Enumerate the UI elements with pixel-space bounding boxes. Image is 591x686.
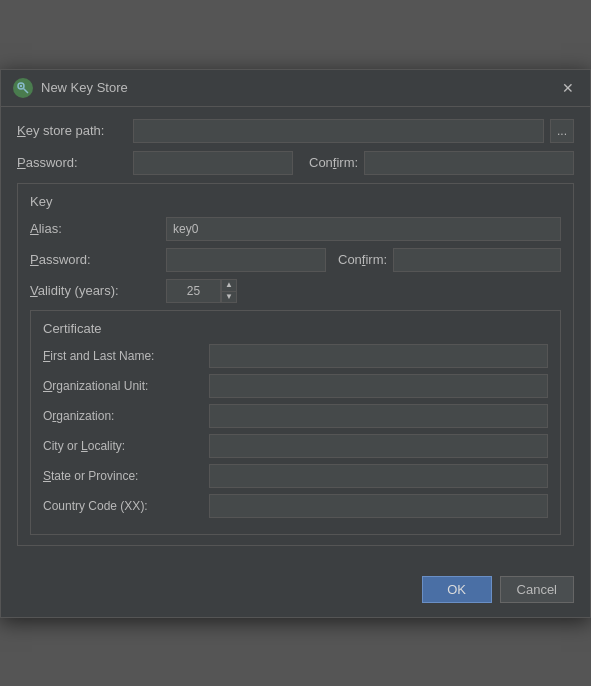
state-province-input[interactable] (209, 464, 548, 488)
keystore-path-input[interactable] (133, 119, 544, 143)
org-unit-input[interactable] (209, 374, 548, 398)
first-last-name-row: First and Last Name: (43, 344, 548, 368)
city-locality-input[interactable] (209, 434, 548, 458)
validity-increment-button[interactable]: ▲ (221, 279, 237, 291)
ok-button[interactable]: OK (422, 576, 492, 603)
organization-input[interactable] (209, 404, 548, 428)
new-key-store-dialog: New Key Store ✕ Key store path: ... Pass… (0, 69, 591, 618)
main-confirm-label: Confirm: (309, 155, 358, 170)
city-locality-row: City or Locality: (43, 434, 548, 458)
country-code-label: Country Code (XX): (43, 499, 203, 513)
dialog-body: Key store path: ... Password: Confirm: K… (1, 107, 590, 566)
key-section: Key Alias: Password: Confirm: V (17, 183, 574, 546)
validity-label: Validity (years): (30, 283, 160, 298)
certificate-section: Certificate First and Last Name: Organiz… (30, 310, 561, 535)
key-password-input[interactable] (166, 248, 326, 272)
organization-label: Organization: (43, 409, 203, 423)
dialog-footer: OK Cancel (1, 566, 590, 617)
main-confirm-input[interactable] (364, 151, 574, 175)
key-password-row: Password: Confirm: (30, 248, 561, 272)
key-password-label: Password: (30, 252, 160, 267)
browse-button[interactable]: ... (550, 119, 574, 143)
app-icon (13, 78, 33, 98)
first-last-name-label: First and Last Name: (43, 349, 203, 363)
country-code-row: Country Code (XX): (43, 494, 548, 518)
main-password-input[interactable] (133, 151, 293, 175)
key-confirm-label: Confirm: (338, 252, 387, 267)
alias-row: Alias: (30, 217, 561, 241)
key-section-title: Key (30, 194, 561, 209)
main-password-row: Password: Confirm: (17, 151, 574, 175)
validity-input[interactable] (166, 279, 221, 303)
first-last-name-input[interactable] (209, 344, 548, 368)
main-password-label: Password: (17, 155, 127, 170)
org-unit-label: Organizational Unit: (43, 379, 203, 393)
state-province-label: State or Province: (43, 469, 203, 483)
alias-input[interactable] (166, 217, 561, 241)
keystore-path-row: Key store path: ... (17, 119, 574, 143)
cancel-button[interactable]: Cancel (500, 576, 574, 603)
validity-decrement-button[interactable]: ▼ (221, 291, 237, 303)
dialog-title: New Key Store (41, 80, 128, 95)
city-locality-label: City or Locality: (43, 439, 203, 453)
country-code-input[interactable] (209, 494, 548, 518)
certificate-title: Certificate (43, 321, 548, 336)
org-unit-row: Organizational Unit: (43, 374, 548, 398)
validity-row: Validity (years): ▲ ▼ (30, 279, 561, 303)
key-confirm-input[interactable] (393, 248, 561, 272)
alias-label: Alias: (30, 221, 160, 236)
close-button[interactable]: ✕ (558, 78, 578, 98)
svg-point-2 (20, 84, 22, 86)
svg-line-1 (24, 88, 29, 93)
validity-spinner-btns: ▲ ▼ (221, 279, 237, 303)
state-province-row: State or Province: (43, 464, 548, 488)
validity-spinner: ▲ ▼ (166, 279, 237, 303)
organization-row: Organization: (43, 404, 548, 428)
title-bar: New Key Store ✕ (1, 70, 590, 107)
keystore-path-label: Key store path: (17, 123, 127, 138)
title-bar-left: New Key Store (13, 78, 128, 98)
